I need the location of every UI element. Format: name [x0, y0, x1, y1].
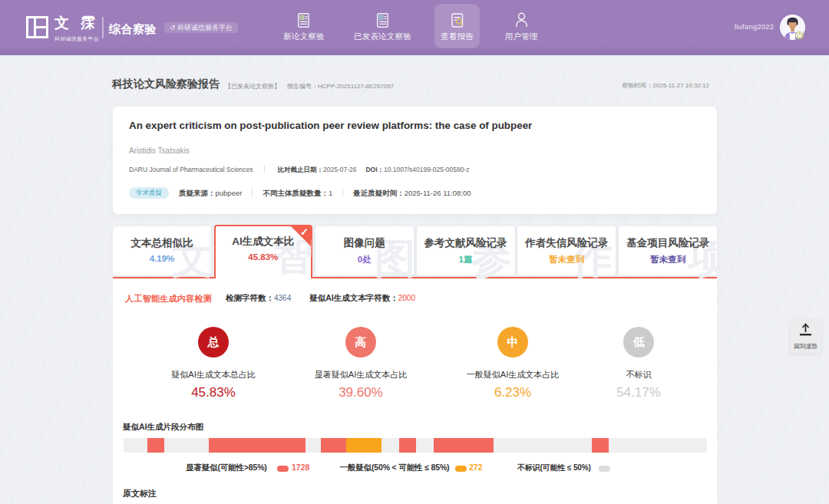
svg-text:N: N: [301, 15, 304, 20]
svg-text:P: P: [380, 15, 383, 20]
